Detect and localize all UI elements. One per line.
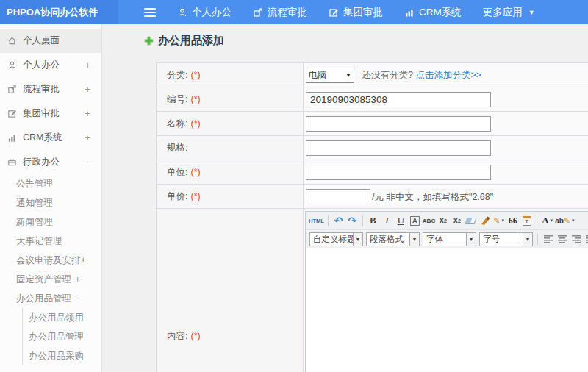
flow-export-icon	[7, 85, 17, 94]
nav-personal-office[interactable]: 个人办公	[177, 6, 232, 19]
sidebar-item-office-supplies-mgmt[interactable]: 办公用品管理 −	[0, 289, 101, 308]
remove-format-eraser-icon[interactable]	[465, 214, 477, 228]
font-style-button[interactable]: A	[410, 216, 420, 226]
underline-button[interactable]: U	[395, 214, 407, 228]
align-left-icon[interactable]	[542, 232, 554, 246]
blockquote-button[interactable]: 66	[506, 214, 519, 228]
select-arrow-icon: ▼	[523, 233, 532, 246]
sidebar-item-meeting-mgmt[interactable]: 会议申请及安排+	[0, 251, 101, 270]
collapse-icon[interactable]: −	[75, 293, 80, 304]
sidebar-item-events-mgmt[interactable]: 大事记管理	[0, 232, 101, 251]
form-row-unit: 单位:(*)	[157, 160, 588, 185]
office-supplies-submenu: 办公用品领用 办公用品管理 办公用品采购	[22, 308, 101, 365]
editor-content-area[interactable]	[306, 248, 588, 372]
name-label: 名称:	[167, 118, 187, 129]
sidebar-item-group-approval[interactable]: 集团审批 +	[0, 101, 101, 126]
nav-crm-system[interactable]: CRM系统	[404, 6, 462, 19]
expand-icon[interactable]: +	[85, 60, 90, 71]
price-hint: /元 非中文，如填写格式"2.68"	[372, 192, 493, 202]
required-mark: (*)	[190, 118, 200, 129]
nav-label: CRM系统	[419, 6, 462, 19]
home-icon	[7, 36, 17, 46]
add-plus-icon	[144, 36, 154, 46]
spec-input[interactable]	[306, 140, 491, 156]
unit-input[interactable]	[306, 165, 491, 180]
sidebar-item-announcement-mgmt[interactable]: 公告管理	[0, 174, 101, 193]
paste-as-text-icon[interactable]: T	[520, 214, 533, 228]
rich-text-editor: HTML ↶ ↷ B I U A ABC X2 X2	[305, 211, 588, 372]
sidebar-item-workflow-approval[interactable]: 流程审批 +	[0, 77, 101, 101]
main-content: 办公用品添加 分类:(*) 电脑 ▼ 还没有分类? 点击添加分类>> 编号:(*…	[103, 24, 588, 372]
sidebar-item-fixed-assets-mgmt[interactable]: 固定资产管理 +	[0, 270, 101, 289]
sidebar-item-admin-office[interactable]: 行政办公 −	[0, 150, 101, 174]
expand-icon[interactable]: +	[85, 84, 90, 95]
sidebar-item-supplies-claim[interactable]: 办公用品领用	[23, 308, 101, 327]
format-brush-icon[interactable]	[478, 214, 491, 228]
highlight-color-button[interactable]: ab✎▾	[555, 214, 574, 228]
expand-icon[interactable]: +	[85, 108, 90, 119]
paragraph-format-select[interactable]: 段落格式▼	[366, 232, 420, 246]
nav-label: 流程审批	[268, 6, 307, 19]
sidebar-item-label: 行政办公	[23, 156, 60, 168]
briefcase-icon	[7, 157, 17, 167]
sidebar: 个人桌面 个人办公 + 流程审批 + 集团审批 + CRM系统 + 行政办公 −	[0, 24, 102, 372]
redo-icon[interactable]: ↷	[346, 214, 359, 228]
align-justify-icon[interactable]	[584, 232, 588, 246]
custom-heading-select[interactable]: 自定义标题▼	[309, 232, 363, 246]
content-label: 内容:	[167, 331, 187, 341]
magic-pencil-icon[interactable]: ✎▾	[492, 214, 505, 228]
user-icon	[177, 7, 187, 18]
subscript-button[interactable]: X2	[451, 214, 463, 228]
top-bar: PHPOA协同办公软件 个人办公 流程审批 集团审批 CRM系统 更多应用 ▼	[0, 0, 588, 24]
add-supply-form: 分类:(*) 电脑 ▼ 还没有分类? 点击添加分类>> 编号:(*)	[156, 62, 588, 372]
name-input[interactable]	[306, 116, 491, 132]
sidebar-item-supplies-purchase[interactable]: 办公用品采购	[23, 346, 101, 365]
italic-button[interactable]: I	[381, 214, 393, 228]
code-input[interactable]	[306, 92, 491, 107]
form-row-content: 内容:(*) HTML ↶ ↷ B I U A ABC	[157, 209, 588, 372]
undo-icon[interactable]: ↶	[332, 214, 345, 228]
strikethrough-button[interactable]: ABC	[423, 214, 435, 228]
html-source-button[interactable]: HTML	[309, 214, 324, 228]
expand-icon[interactable]: +	[75, 274, 80, 285]
edit-square-icon	[329, 7, 339, 18]
sidebar-item-desktop[interactable]: 个人桌面	[0, 29, 101, 53]
nav-workflow-approval[interactable]: 流程审批	[253, 6, 307, 19]
sidebar-item-label: 集团审批	[23, 107, 60, 120]
app-logo: PHPOA协同办公软件	[0, 0, 118, 24]
bar-chart-icon	[7, 133, 17, 143]
sidebar-item-news-mgmt[interactable]: 新闻管理	[0, 212, 101, 232]
font-family-select[interactable]: 字体▼	[423, 232, 476, 246]
nav-more-apps[interactable]: 更多应用 ▼	[483, 6, 535, 19]
page-title: 办公用品添加	[144, 34, 588, 47]
sidebar-item-label: 个人办公	[23, 59, 60, 71]
price-input[interactable]	[306, 189, 370, 204]
toolbar-separator	[328, 215, 329, 226]
align-right-icon[interactable]	[570, 232, 582, 246]
sidebar-item-label: 个人桌面	[23, 35, 60, 47]
select-arrow-icon: ▼	[409, 233, 419, 246]
font-size-select[interactable]: 字号▼	[479, 232, 533, 246]
collapse-icon[interactable]: −	[85, 157, 90, 168]
sidebar-item-supplies-manage[interactable]: 办公用品管理	[23, 327, 101, 346]
bold-button[interactable]: B	[367, 214, 379, 228]
unit-label: 单位:	[167, 167, 187, 177]
nav-label: 集团审批	[343, 6, 383, 19]
sidebar-item-notice-mgmt[interactable]: 通知管理	[0, 193, 101, 212]
nav-label: 个人办公	[192, 6, 232, 19]
font-color-button[interactable]: A▾	[541, 214, 553, 228]
align-center-icon[interactable]	[556, 232, 568, 246]
add-category-link[interactable]: 点击添加分类>>	[415, 69, 481, 79]
toolbar-separator	[362, 215, 363, 226]
category-select[interactable]: 电脑 ▼	[306, 68, 354, 83]
caret-down-icon: ▼	[528, 9, 535, 16]
sidebar-item-label: 流程审批	[23, 83, 60, 96]
form-row-category: 分类:(*) 电脑 ▼ 还没有分类? 点击添加分类>>	[157, 63, 588, 87]
nav-group-approval[interactable]: 集团审批	[329, 6, 383, 19]
sidebar-item-personal-office[interactable]: 个人办公 +	[0, 53, 101, 77]
superscript-button[interactable]: X2	[437, 214, 449, 228]
sidebar-item-crm[interactable]: CRM系统 +	[0, 126, 101, 150]
expand-icon[interactable]: +	[85, 132, 90, 143]
form-row-code: 编号:(*)	[157, 87, 588, 112]
menu-toggle-icon[interactable]	[144, 8, 156, 17]
